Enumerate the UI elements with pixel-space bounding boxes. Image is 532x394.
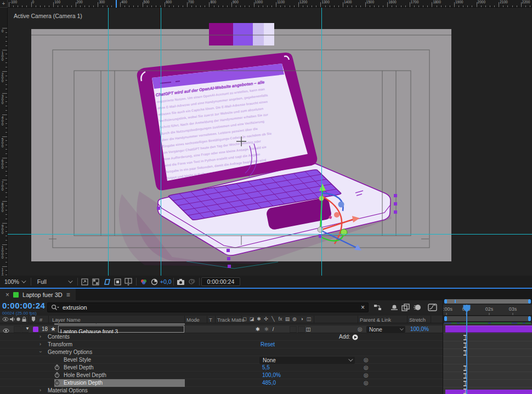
playhead-line[interactable] xyxy=(466,305,467,394)
guide-horizontal[interactable] xyxy=(8,234,532,235)
switch-icon[interactable]: ◫ xyxy=(307,316,312,322)
layer-name-box[interactable] xyxy=(58,326,184,333)
switch-icon[interactable]: ✣ xyxy=(264,316,268,322)
pickwhip-icon[interactable]: ◎ xyxy=(364,364,369,370)
work-area-bar[interactable] xyxy=(444,316,531,321)
horizontal-ruler[interactable]: -100010020030040050060070080090010001100… xyxy=(8,0,532,8)
column-track-divider[interactable] xyxy=(443,300,443,394)
layer-duration-bar[interactable] xyxy=(445,326,532,333)
composition-tab[interactable]: × Laptop fuer 3D ≡ xyxy=(0,289,76,300)
time-ruler[interactable]: 0:00s01s02s03s xyxy=(443,305,532,316)
pickwhip-icon[interactable]: ◎ xyxy=(364,380,369,386)
property-label[interactable]: Bevel Depth xyxy=(64,364,93,370)
label-icon[interactable] xyxy=(31,316,36,323)
clear-search-icon[interactable]: × xyxy=(361,304,365,311)
column-layer-name[interactable]: Layer Name xyxy=(52,317,81,323)
preview-view-icon[interactable] xyxy=(81,278,89,286)
property-value[interactable]: 5,5 xyxy=(262,364,270,370)
property-label[interactable]: Bevel Style xyxy=(64,357,91,363)
quality-switch[interactable]: / xyxy=(273,326,274,332)
work-area-end[interactable] xyxy=(528,316,531,321)
column-parent-link[interactable]: Parent & Link xyxy=(360,317,391,323)
solo-icon[interactable] xyxy=(16,317,21,323)
close-icon[interactable]: × xyxy=(5,291,9,299)
twirl-icon[interactable]: › xyxy=(39,341,41,347)
column-track-matte[interactable]: Track Matte xyxy=(217,317,245,323)
twirl-icon[interactable]: › xyxy=(39,334,41,339)
pickwhip-icon[interactable]: ◎ xyxy=(364,372,369,378)
eye-icon[interactable] xyxy=(2,316,9,323)
composition-view[interactable]: Active Camera (Camera 1) xyxy=(8,8,532,276)
column-mode[interactable]: Mode xyxy=(186,317,200,323)
time-navigator[interactable] xyxy=(444,299,531,304)
graph-editor-icon[interactable] xyxy=(427,302,437,312)
property-label[interactable]: Transform xyxy=(48,341,72,347)
channel-icon[interactable] xyxy=(139,278,148,286)
audio-cell[interactable] xyxy=(14,326,21,333)
show-snapshot-icon[interactable] xyxy=(188,278,196,286)
exposure-value[interactable]: +0,0 xyxy=(160,278,172,285)
bevel-style-dropdown[interactable]: None xyxy=(259,357,355,364)
property-value[interactable]: 485,0 xyxy=(262,380,276,386)
search-input[interactable] xyxy=(63,304,358,311)
timecode[interactable]: 0:00:00:24 xyxy=(2,301,46,310)
hamburger-menu-icon[interactable]: ≡ xyxy=(66,291,70,299)
add-button[interactable] xyxy=(352,334,358,340)
stopwatch-icon[interactable] xyxy=(54,364,60,372)
guide-vertical[interactable] xyxy=(321,8,322,276)
lock-icon[interactable] xyxy=(21,316,27,323)
parent-pickwhip-icon[interactable]: ◎ xyxy=(358,326,363,332)
layer-row[interactable]: ▼ 18 ★ ✱ ✱ / ◫ ◎ None 100,0% xyxy=(0,326,443,333)
preview-timecode[interactable]: 0:00:00:24 xyxy=(201,277,241,286)
stopwatch-icon[interactable] xyxy=(54,372,60,379)
draft-3d-icon[interactable] xyxy=(389,302,399,312)
resolution-dropdown[interactable]: Full xyxy=(33,276,76,288)
column-number[interactable]: # xyxy=(39,317,42,323)
frame-blending-icon[interactable] xyxy=(401,302,411,312)
motion-blur-icon[interactable] xyxy=(412,302,422,312)
parent-dropdown[interactable]: None xyxy=(366,326,405,333)
playhead-handle[interactable] xyxy=(463,305,471,313)
audio-icon[interactable] xyxy=(9,316,15,323)
3d-layer-switch[interactable]: ◫ xyxy=(306,326,311,332)
property-label[interactable]: Extrusion Depth xyxy=(64,380,103,386)
switch-icon[interactable]: ◑ xyxy=(300,316,303,322)
work-area-start[interactable] xyxy=(444,316,447,321)
stretch-value[interactable]: 100,0% xyxy=(410,326,429,332)
exposure-icon[interactable] xyxy=(150,278,159,286)
twirl-icon[interactable]: › xyxy=(39,387,41,393)
property-label[interactable]: Geometry Options xyxy=(48,349,92,355)
property-row-geometry-options[interactable]: › Geometry Options xyxy=(0,349,443,356)
reset-link[interactable]: Reset xyxy=(261,341,275,347)
property-row-bevel-style[interactable]: Bevel Style None ◎ xyxy=(0,356,443,364)
switch-icon[interactable]: ╲ xyxy=(271,316,274,322)
column-t[interactable]: T xyxy=(209,317,212,323)
property-row-contents[interactable]: › Contents Add: xyxy=(0,333,443,341)
property-row-bevel-depth[interactable]: Bevel Depth 5,5 ◎ xyxy=(0,364,443,372)
pickwhip-icon[interactable]: ◎ xyxy=(364,357,369,363)
switch-icon[interactable]: fx xyxy=(278,316,282,322)
navigator-start-handle[interactable] xyxy=(444,299,447,304)
stopwatch-icon[interactable] xyxy=(54,380,60,387)
current-time-display[interactable]: 0:00:00:24 00024 (25.00 fps) xyxy=(2,301,46,316)
property-value[interactable]: 100,0% xyxy=(262,372,281,378)
snapshot-icon[interactable] xyxy=(177,278,185,286)
switch-icon[interactable]: ✱ xyxy=(257,316,261,322)
mini-flowchart-icon[interactable] xyxy=(373,302,383,312)
column-stretch[interactable]: Stretch xyxy=(409,317,426,323)
switch-icon[interactable]: ▤ xyxy=(285,316,290,322)
property-row-transform[interactable]: › Transform Reset xyxy=(0,341,443,349)
property-row-hole-bevel-depth[interactable]: Hole Bevel Depth 100,0% ◎ xyxy=(0,372,443,379)
timeline-track-area[interactable] xyxy=(443,323,532,394)
grid-guide-options-icon[interactable] xyxy=(124,278,133,286)
property-row-extrusion-depth[interactable]: Extrusion Depth 485,0 ◎ xyxy=(0,379,443,387)
twirl-icon[interactable]: › xyxy=(38,351,43,353)
twirl-open-icon[interactable]: ▼ xyxy=(25,326,30,331)
navigator-end-handle[interactable] xyxy=(528,299,531,304)
guide-vertical[interactable] xyxy=(161,8,161,276)
switch-cell[interactable] xyxy=(298,326,305,333)
collapse-transformations-icon[interactable]: ✱ xyxy=(256,326,260,332)
magnification-dropdown[interactable]: 100% xyxy=(0,276,29,288)
switch-icon[interactable]: ◍ xyxy=(292,316,297,322)
layer-search-field[interactable]: × xyxy=(47,302,369,312)
